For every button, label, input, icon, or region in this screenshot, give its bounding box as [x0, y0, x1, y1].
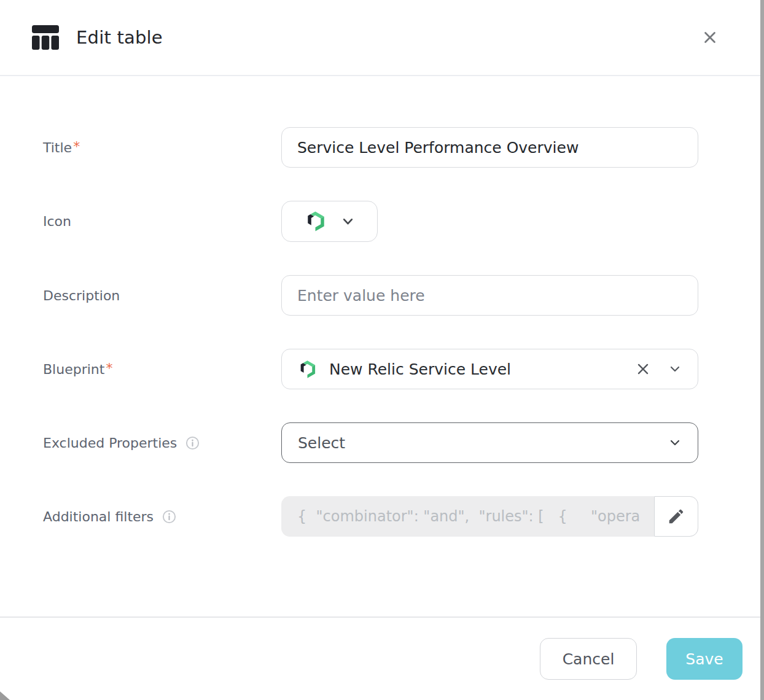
- description-row: Description: [43, 275, 764, 316]
- title-label-col: Title *: [43, 140, 281, 155]
- title-input[interactable]: [281, 127, 698, 168]
- additional-filters-label-col: Additional filters: [43, 509, 281, 524]
- description-label-col: Description: [43, 288, 281, 303]
- chevron-down-icon: [341, 214, 355, 228]
- scrollbar[interactable]: [760, 0, 764, 700]
- description-input[interactable]: [281, 275, 698, 316]
- pencil-icon: [667, 507, 685, 526]
- info-icon[interactable]: [162, 510, 176, 524]
- blueprint-label-col: Blueprint *: [43, 362, 281, 377]
- additional-filters-field: { "combinator": "and", "rules": [ { "ope…: [281, 496, 698, 537]
- cancel-button[interactable]: Cancel: [540, 638, 637, 680]
- blueprint-clear-button[interactable]: [633, 359, 653, 379]
- excluded-properties-row: Excluded Properties Select: [43, 422, 764, 463]
- port-logo-icon: [305, 211, 326, 232]
- modal-body: Title * Icon: [0, 76, 764, 537]
- title-label: Title: [43, 140, 72, 155]
- save-button[interactable]: Save: [666, 638, 743, 680]
- chevron-down-icon: [668, 436, 682, 449]
- icon-dropdown[interactable]: [281, 201, 378, 242]
- chevron-down-icon: [668, 362, 682, 376]
- additional-filters-value: { "combinator": "and", "rules": [ { "ope…: [297, 508, 640, 525]
- excluded-properties-label-col: Excluded Properties: [43, 435, 281, 451]
- excluded-properties-select[interactable]: Select: [281, 422, 698, 463]
- blueprint-required-asterisk: *: [106, 360, 112, 376]
- edit-table-modal: Edit table Title * Icon: [0, 0, 764, 700]
- additional-filters-input: { "combinator": "and", "rules": [ { "ope…: [281, 496, 698, 537]
- edit-filters-button[interactable]: [654, 496, 698, 537]
- icon-label-col: Icon: [43, 214, 281, 229]
- close-icon: [700, 28, 720, 47]
- blueprint-row: Blueprint * New Relic Service Level: [43, 349, 764, 389]
- modal-header: Edit table: [0, 0, 764, 76]
- icon-row: Icon: [43, 201, 764, 242]
- blueprint-label: Blueprint: [43, 362, 104, 377]
- excluded-properties-placeholder: Select: [298, 434, 668, 452]
- modal-footer: Cancel Save: [0, 616, 764, 700]
- x-clear-icon: [635, 361, 651, 377]
- info-icon[interactable]: [185, 436, 200, 450]
- title-required-asterisk: *: [73, 139, 80, 154]
- excluded-properties-label: Excluded Properties: [43, 435, 177, 451]
- port-logo-icon: [298, 360, 317, 379]
- icon-label: Icon: [43, 214, 71, 229]
- table-icon: [32, 25, 59, 50]
- additional-filters-row: Additional filters { "combinator": "and"…: [43, 496, 764, 537]
- close-button[interactable]: [696, 24, 723, 51]
- additional-filters-label: Additional filters: [43, 509, 154, 524]
- title-row: Title *: [43, 127, 764, 168]
- blueprint-value: New Relic Service Level: [329, 360, 633, 378]
- modal-title: Edit table: [76, 27, 163, 48]
- blueprint-select[interactable]: New Relic Service Level: [281, 349, 698, 389]
- description-label: Description: [43, 288, 120, 303]
